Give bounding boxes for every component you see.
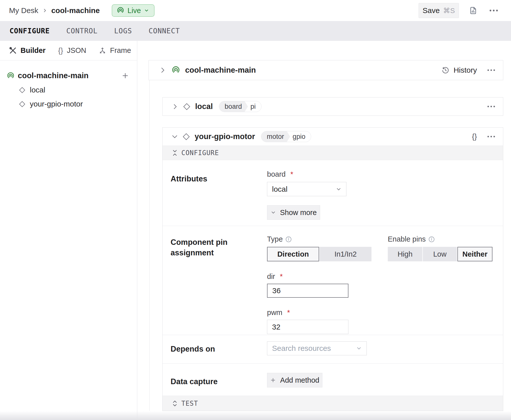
- required-asterisk: *: [290, 170, 293, 178]
- type-option-direction[interactable]: Direction: [267, 247, 319, 261]
- pwm-field-label: pwm*: [267, 308, 492, 317]
- component-diamond-icon: [183, 103, 191, 111]
- view-tab-json[interactable]: {} JSON: [58, 46, 86, 55]
- field-label-text: Type: [267, 235, 283, 243]
- data-capture-fields: Add method: [267, 373, 322, 396]
- machine-part-title: cool-machine-main: [185, 66, 256, 75]
- add-resource-button[interactable]: [120, 71, 130, 80]
- ellipsis-icon: [487, 135, 495, 138]
- motor-card-header: your-gpio-motor motor gpio {}: [163, 128, 503, 146]
- component-diamond-icon: [19, 101, 26, 108]
- enable-pins-field-label: Enable pins: [388, 235, 492, 243]
- chevron-right-icon[interactable]: [172, 103, 178, 110]
- resource-title: your-gpio-motor: [195, 132, 255, 141]
- save-label: Save: [423, 6, 440, 15]
- dir-pin-input[interactable]: [267, 284, 348, 298]
- enable-option-high[interactable]: High: [388, 247, 422, 261]
- history-button[interactable]: History: [440, 66, 478, 75]
- ellipsis-icon: [487, 105, 495, 108]
- type-option-in1in2[interactable]: In1/In2: [320, 247, 371, 261]
- builder-tools-icon: [9, 47, 17, 54]
- chevron-right-icon[interactable]: [160, 67, 166, 73]
- resource-menu-button[interactable]: [486, 134, 496, 139]
- type-toggle-group: Type Direction In1/In2: [267, 235, 371, 261]
- required-asterisk: *: [287, 308, 290, 317]
- configure-section-label: CONFIGURE: [181, 149, 219, 157]
- breadcrumb: My Desk cool-machine Live: [9, 4, 155, 17]
- add-method-label: Add method: [280, 376, 319, 384]
- tab-control[interactable]: CONTROL: [66, 27, 98, 35]
- tab-configure[interactable]: CONFIGURE: [10, 27, 50, 35]
- pin-assignment-fields: Type Direction In1/In2 Enable pins: [267, 235, 492, 335]
- info-icon[interactable]: [428, 236, 435, 243]
- section-heading: Data capture: [171, 376, 267, 396]
- view-tab-builder[interactable]: Builder: [9, 46, 46, 55]
- resource-menu-button[interactable]: [486, 104, 496, 109]
- badge-model: pi: [248, 101, 261, 112]
- board-select[interactable]: local: [267, 182, 346, 196]
- field-label-text: pwm: [267, 308, 282, 317]
- braces-icon: {}: [58, 46, 63, 55]
- chevron-down-icon: [271, 210, 276, 215]
- tab-connect[interactable]: CONNECT: [149, 27, 180, 35]
- chevron-down-icon: [356, 345, 362, 351]
- save-button[interactable]: Save ⌘S: [419, 3, 459, 18]
- view-tab-frame[interactable]: Frame: [99, 46, 131, 55]
- pwm-pin-input[interactable]: [267, 320, 348, 334]
- enable-option-neither[interactable]: Neither: [457, 247, 492, 261]
- tab-logs[interactable]: LOGS: [114, 27, 132, 35]
- attributes-fields: board* local Show more: [267, 170, 346, 226]
- plus-icon: [121, 72, 129, 79]
- breadcrumb-chevron-icon: [42, 8, 47, 13]
- file-chart-icon: [469, 6, 477, 15]
- frame-axes-icon: [99, 47, 106, 54]
- machine-name: cool-machine: [51, 6, 100, 15]
- edit-json-button[interactable]: {}: [470, 132, 478, 141]
- breadcrumb-root-link[interactable]: My Desk: [9, 6, 38, 15]
- badge-type: board: [219, 101, 248, 112]
- enable-option-low[interactable]: Low: [423, 247, 457, 261]
- configure-section-bar[interactable]: CONFIGURE: [163, 146, 503, 160]
- local-board-card: local board pi: [162, 97, 503, 116]
- dir-field-label: dir*: [267, 272, 492, 281]
- section-heading: Component pin assignment: [171, 237, 267, 335]
- board-field-label: board*: [267, 170, 346, 178]
- add-method-button[interactable]: Add method: [267, 373, 322, 387]
- field-label-text: board: [267, 170, 286, 178]
- test-section-label: TEST: [181, 400, 198, 407]
- view-tab-label: Frame: [110, 46, 131, 55]
- section-heading-line: Component pin: [171, 237, 267, 248]
- test-section-bar[interactable]: TEST: [163, 396, 503, 411]
- enable-pins-group: Enable pins High Low Neither: [388, 235, 492, 261]
- more-options-button[interactable]: [487, 7, 500, 14]
- tree-indent-guide: [149, 80, 150, 411]
- chevron-down-icon[interactable]: [172, 134, 178, 140]
- plus-icon: [270, 377, 276, 383]
- type-segmented-control: Direction In1/In2: [267, 247, 371, 261]
- resource-title: local: [195, 102, 213, 111]
- field-label-text: dir: [267, 272, 275, 281]
- broadcast-icon: [172, 66, 180, 74]
- content: Builder {} JSON Frame: [0, 41, 511, 420]
- view-mode-tabs: Builder {} JSON Frame: [0, 41, 137, 60]
- broadcast-icon: [7, 72, 15, 80]
- machine-report-button[interactable]: [467, 5, 479, 16]
- resource-type-badge: board pi: [219, 101, 262, 112]
- ellipsis-icon: [487, 69, 495, 72]
- tree-item-local[interactable]: local: [0, 83, 137, 97]
- tree-item-machine-part[interactable]: cool-machine-main: [0, 68, 137, 83]
- depends-on-select[interactable]: Search resources: [267, 341, 367, 355]
- info-icon[interactable]: [285, 236, 292, 243]
- machine-part-card: cool-machine-main History: [149, 60, 503, 80]
- show-more-button[interactable]: Show more: [267, 205, 320, 220]
- view-tab-label: Builder: [21, 46, 46, 55]
- tree-item-your-gpio-motor[interactable]: your-gpio-motor: [0, 97, 137, 111]
- required-asterisk: *: [280, 272, 283, 281]
- live-status-dropdown[interactable]: Live: [112, 4, 155, 17]
- badge-type: motor: [261, 131, 290, 142]
- data-capture-section: Data capture Add method: [163, 364, 503, 396]
- top-bar-actions: Save ⌘S: [419, 3, 500, 18]
- collapse-vertical-icon: [172, 150, 178, 156]
- live-status-label: Live: [127, 7, 141, 15]
- part-menu-button[interactable]: [486, 68, 496, 73]
